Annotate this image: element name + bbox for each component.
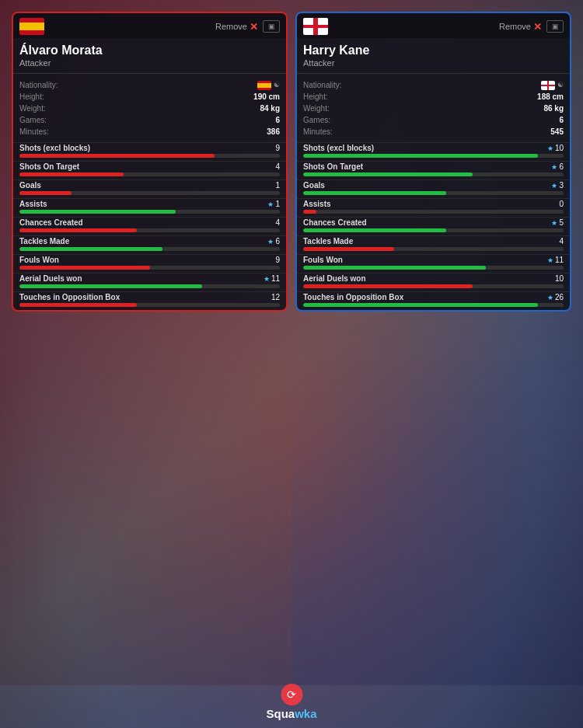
stat-value: 0 xyxy=(559,200,564,208)
stat-label: Touches in Opposition Box xyxy=(19,293,120,301)
bar-track xyxy=(303,266,564,270)
stat-label: Shots On Target xyxy=(303,162,363,171)
stat-value: ★10 xyxy=(547,144,564,152)
stat-label-row: Tackles Made4 xyxy=(303,237,564,246)
weight-value: 84 kg xyxy=(260,103,280,114)
stat-label-row: Tackles Made★6 xyxy=(19,237,280,246)
stat-row-3: Assists★1 xyxy=(13,198,286,215)
player-card-morata: Remove ✕ ▣ Álvaro Morata Attacker Nation… xyxy=(12,12,288,312)
star-icon: ★ xyxy=(547,256,553,264)
minutes-row: Minutes: 386 xyxy=(19,126,280,138)
bar-fill xyxy=(19,191,72,195)
stat-label-row: Aerial Duels won10 xyxy=(303,274,564,283)
player-left-bg xyxy=(0,343,292,685)
bar-fill xyxy=(303,247,394,251)
yin-yang-icon: ☯ xyxy=(557,80,564,91)
nationality-row: Nationality: ☯ xyxy=(19,79,280,91)
stat-row-8: Touches in Opposition Box★26 xyxy=(297,291,570,308)
stat-row-0: Shots (excl blocks)★10 xyxy=(297,142,570,159)
close-icon[interactable]: ✕ xyxy=(533,21,542,33)
games-label: Games: xyxy=(19,114,47,126)
stat-row-2: Goals★3 xyxy=(297,179,570,197)
stat-row-6: Fouls Won9 xyxy=(13,254,286,271)
stat-value: ★3 xyxy=(551,181,564,190)
stat-label: Shots On Target xyxy=(19,162,79,171)
stat-value: 9 xyxy=(275,144,280,152)
player-card-kane: Remove ✕ ▣ Harry Kane Attacker Nationali… xyxy=(295,12,571,312)
stat-label: Aerial Duels won xyxy=(19,274,82,283)
remove-label: Remove xyxy=(499,22,531,31)
minutes-row: Minutes: 545 xyxy=(303,126,564,138)
bar-track xyxy=(303,191,564,195)
stat-label: Shots (excl blocks) xyxy=(19,144,90,152)
stat-label-row: Shots (excl blocks)★10 xyxy=(303,144,564,152)
stat-label-row: Shots On Target★6 xyxy=(303,162,564,171)
stat-row-6: Fouls Won★11 xyxy=(297,254,570,271)
divider xyxy=(13,73,286,74)
bar-track xyxy=(303,247,564,251)
stat-row-1: Shots On Target4 xyxy=(13,161,286,178)
bar-track xyxy=(19,191,280,195)
stat-row-0: Shots (excl blocks)9 xyxy=(13,142,286,159)
card-controls-morata: Remove ✕ ▣ xyxy=(215,20,280,33)
stat-value: ★6 xyxy=(551,162,564,171)
close-icon[interactable]: ✕ xyxy=(250,21,258,33)
player-position-kane: Attacker xyxy=(303,58,564,68)
player-info-kane: Harry Kane Attacker xyxy=(297,38,570,71)
bar-track xyxy=(19,247,280,251)
stat-row-5: Tackles Made4 xyxy=(297,235,570,253)
stat-label: Goals xyxy=(19,181,41,190)
player-name-kane: Harry Kane xyxy=(303,43,564,57)
stat-label: Chances Created xyxy=(303,218,367,227)
bar-fill xyxy=(303,303,538,307)
stat-value: ★11 xyxy=(264,274,280,283)
weight-row: Weight: 86 kg xyxy=(303,103,564,114)
bar-fill xyxy=(303,266,486,270)
id-card-icon[interactable]: ▣ xyxy=(263,20,280,33)
bar-fill xyxy=(19,247,162,251)
cards-container: Remove ✕ ▣ Álvaro Morata Attacker Nation… xyxy=(0,12,583,312)
height-row: Height: 188 cm xyxy=(303,91,564,103)
bar-track xyxy=(19,284,280,288)
games-label: Games: xyxy=(303,114,330,126)
id-card-icon[interactable]: ▣ xyxy=(546,20,564,33)
stat-label-row: Touches in Opposition Box★26 xyxy=(303,293,564,301)
star-icon: ★ xyxy=(547,145,553,152)
stat-label: Fouls Won xyxy=(19,256,59,264)
stat-value: ★1 xyxy=(267,200,280,208)
star-icon: ★ xyxy=(264,275,270,283)
stat-value: 9 xyxy=(275,256,280,264)
weight-label: Weight: xyxy=(19,103,46,114)
stat-value: 10 xyxy=(555,274,564,283)
yin-yang-icon: ☯ xyxy=(274,80,280,91)
flag-spain xyxy=(19,18,44,35)
card-header-kane: Remove ✕ ▣ xyxy=(297,13,570,38)
star-icon: ★ xyxy=(551,163,557,171)
stat-label: Touches in Opposition Box xyxy=(303,293,403,301)
minutes-value: 386 xyxy=(267,126,280,138)
bar-track xyxy=(19,210,280,214)
bar-track xyxy=(303,154,564,158)
bar-track xyxy=(303,284,564,288)
stat-value: ★5 xyxy=(551,218,564,227)
stat-label: Assists xyxy=(19,200,47,208)
bar-fill xyxy=(303,154,538,158)
bar-fill xyxy=(303,210,316,214)
remove-button-kane[interactable]: Remove ✕ xyxy=(499,21,542,33)
stat-label: Tackles Made xyxy=(303,237,353,246)
bar-track xyxy=(19,266,280,270)
card-header-morata: Remove ✕ ▣ xyxy=(13,13,286,38)
stat-label-row: Touches in Opposition Box12 xyxy=(19,293,280,301)
player-info-morata: Álvaro Morata Attacker xyxy=(13,38,286,71)
bar-track xyxy=(19,303,280,307)
games-value: 6 xyxy=(559,114,564,126)
weight-label: Weight: xyxy=(303,103,330,114)
weight-value: 86 kg xyxy=(543,103,564,114)
minutes-label: Minutes: xyxy=(303,126,333,138)
stat-row-8: Touches in Opposition Box12 xyxy=(13,291,286,308)
remove-button-morata[interactable]: Remove ✕ xyxy=(215,21,258,33)
stat-value: 4 xyxy=(275,218,280,227)
bar-fill xyxy=(303,191,446,195)
stat-value: ★11 xyxy=(547,256,564,264)
bar-fill xyxy=(303,284,473,288)
